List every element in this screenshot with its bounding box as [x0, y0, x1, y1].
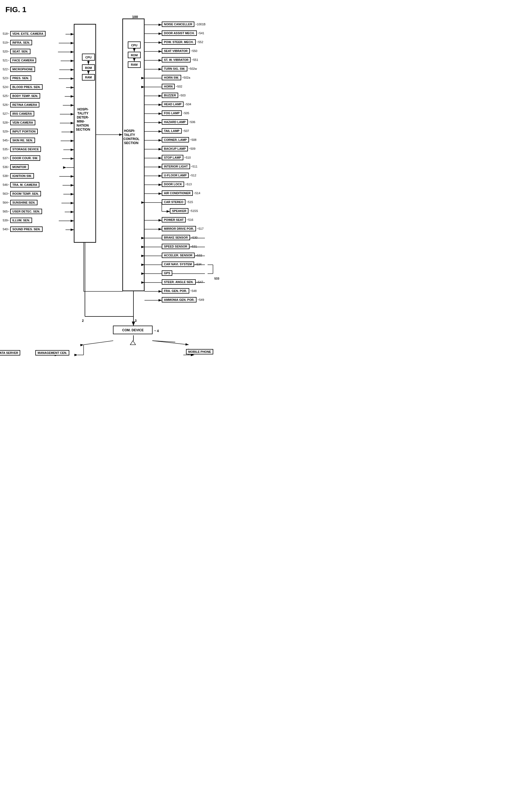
ref-533: 533	[214, 277, 219, 280]
left-item-527: 527~ IRIS CAMERA	[3, 111, 34, 116]
backup-lamp-box: BACKUP LAMP	[162, 146, 188, 151]
right-item-547: STEER. ANGLE SEN. ~547	[162, 279, 203, 285]
right-item-502: HORN ~502	[162, 84, 182, 89]
left-item-563: 563~ ROOM TEMP. SEN.	[3, 191, 41, 196]
right-item-503: BUZZER ~503	[162, 93, 185, 98]
page-container: FIG. 1 100 CPU ROM RAM	[0, 0, 265, 406]
right-item-516: POWER SEAT ~516	[162, 217, 193, 222]
buzzer-box: BUZZER	[162, 93, 178, 98]
seat-vibrator-box: SEAT VIBRATOR	[162, 48, 190, 54]
right-item-517: MIRROR DRIVE POR. ~517	[162, 226, 204, 231]
right-item-gps: GPS	[162, 271, 173, 276]
left-item-546: 546~ TRA. M. CAMERA	[3, 182, 39, 187]
acceler-sensor-box: ACCELER. SENSOR	[162, 252, 195, 258]
bottom-mgmt-cen-area: 560 MANAGEMENT CEN.	[47, 350, 57, 354]
left-item-520: 520~ SEAT. SEN.	[3, 49, 30, 54]
mirror-drive-por-box: MIRROR DRIVE POR.	[162, 226, 196, 231]
infra-sen-box: INFRA. SEN.	[10, 40, 32, 45]
pres-sen-box: PRES. SEN.	[10, 75, 31, 81]
svg-text:CPU: CPU	[131, 44, 137, 47]
microphone-box: MICROPHONE	[10, 67, 35, 72]
svg-rect-18	[128, 62, 140, 68]
svg-rect-16	[128, 52, 140, 58]
room-temp-sen-box: ROOM TEMP. SEN.	[10, 191, 41, 196]
svg-text:~ 4: ~ 4	[154, 329, 159, 333]
left-item-523: 523~ PRES. SEN.	[3, 75, 31, 81]
door-lock-box: DOOR LOCK	[162, 182, 184, 187]
left-item-526: 526~ RETINA CAMERA	[3, 102, 39, 107]
svg-text:CPU: CPU	[85, 56, 92, 59]
right-item-507: TAIL LAMP ~507	[162, 128, 189, 134]
u-floor-lamp-box: U-FLOOR LAMP	[162, 173, 189, 178]
right-item-515: CAR STEREO ~515	[162, 199, 193, 205]
right-item-513: DOOR LOCK ~513	[162, 182, 192, 187]
data-server-box: DATA SERVER	[0, 350, 20, 356]
right-item-549: AMMONIA GEN. POR. ~549	[162, 297, 204, 302]
right-item-502w: TURN SIG. SW. ~502w	[162, 66, 197, 71]
left-item-564: 564~ SUNSHINE SEN.	[3, 200, 38, 205]
speed-sensor-box: SPEED SENSOR	[162, 244, 190, 249]
left-item-521: 521~ FACE CAMERA	[3, 58, 36, 63]
svg-marker-108	[130, 341, 136, 345]
svg-text:2: 2	[82, 319, 84, 323]
right-item-552: POW. STEER. MECH. ~552	[162, 39, 203, 45]
diagram-svg: CPU ROM RAM CPU ROM RAM HOSPI- TALITY DE…	[0, 0, 265, 406]
right-item-506: HAZARD LAMP ~506	[162, 119, 195, 125]
horn-box: HORN	[162, 84, 175, 89]
svg-text:DETER-: DETER-	[77, 116, 89, 119]
noise-canceller-box: NOISE CANCELLER	[162, 21, 194, 27]
right-item-511: INTERIOR LIGHT ~511	[162, 164, 197, 169]
user-detec-sen-box: USER DETEC. SEN.	[10, 209, 42, 214]
svg-text:TALITY: TALITY	[124, 133, 135, 137]
speaker-box: SPEAKER	[170, 208, 189, 214]
stop-lamp-box: STOP LAMP	[162, 155, 183, 160]
air-conditioner-box: AIR CONDITIONER	[162, 190, 193, 196]
svg-text:ROM: ROM	[131, 54, 138, 57]
horn-sw-box: HORN SW.	[162, 75, 181, 80]
retina-camera-box: RETINA CAMERA	[10, 102, 39, 107]
svg-rect-4	[74, 24, 96, 242]
svg-line-107	[84, 341, 113, 345]
left-item-529: 529~ INPUT PORTION	[3, 129, 38, 134]
svg-rect-8	[82, 64, 95, 71]
right-item-530: BRAKE SENSOR ~530	[162, 235, 197, 240]
brake-sensor-box: BRAKE SENSOR	[162, 235, 190, 240]
iris-camera-box: IRIS CAMERA	[10, 111, 34, 116]
tail-lamp-box: TAIL LAMP	[162, 128, 182, 134]
body-temp-sen-box: BODY TEMP. SEN.	[10, 93, 40, 99]
right-item-508: CORNER. LAMP ~508	[162, 137, 196, 143]
car-navi-system-box: CAR NAVI. SYSTEM	[162, 261, 194, 267]
turn-sig-sw-box: TURN SIG. SW.	[162, 66, 187, 71]
left-item-537: 537~ DOOR COUR. SW.	[3, 155, 40, 161]
svg-text:ROM: ROM	[85, 66, 92, 70]
door-cour-sw-box: DOOR COUR. SW.	[10, 155, 40, 161]
illum-sen-box: ILLUM. SEN.	[10, 218, 32, 223]
svg-rect-102	[113, 326, 152, 334]
right-item-514: AIR CONDITIONER ~514	[162, 190, 200, 196]
right-item-548: FRA. GEN. POR. ~548	[162, 288, 196, 293]
svg-rect-10	[82, 74, 95, 80]
right-item-550: SEAT VIBRATOR ~550	[162, 48, 197, 54]
figure-title: FIG. 1	[5, 5, 26, 14]
svg-line-106	[152, 341, 175, 342]
door-assist-mech-box: DOOR ASSIST MECH.	[162, 30, 197, 36]
right-item-509: BACKUP LAMP ~509	[162, 146, 195, 151]
st-w-vibrator-box: ST. W. VIBRATOR	[162, 57, 191, 62]
head-lamp-box: HEAD LAMP	[162, 102, 184, 107]
right-item-505: FOG LAMP ~505	[162, 111, 189, 116]
right-item-1001b: NOISE CANCELLER ~1001B	[162, 21, 206, 27]
tra-m-camera-box: TRA. M. CAMERA	[10, 182, 39, 187]
right-item-515s: SPEAKER ~515S	[170, 208, 198, 214]
right-item-510: STOP LAMP ~510	[162, 155, 191, 160]
main-ref-number: 100	[132, 15, 138, 19]
skin-re-sen-box: SKIN RE. SEN.	[10, 137, 35, 143]
power-seat-box: POWER SEAT	[162, 217, 186, 222]
svg-text:CONTROL: CONTROL	[124, 137, 139, 141]
left-item-528: 528~ VEIN CAMERA	[3, 120, 35, 125]
svg-line-105	[152, 341, 189, 345]
svg-rect-5	[123, 19, 144, 291]
gps-box: GPS	[162, 271, 172, 276]
svg-text:NATION: NATION	[76, 124, 89, 127]
hazard-lamp-box: HAZARD LAMP	[162, 119, 188, 125]
left-item-540: 540~ SOUND PRES. SEN.	[3, 227, 43, 232]
